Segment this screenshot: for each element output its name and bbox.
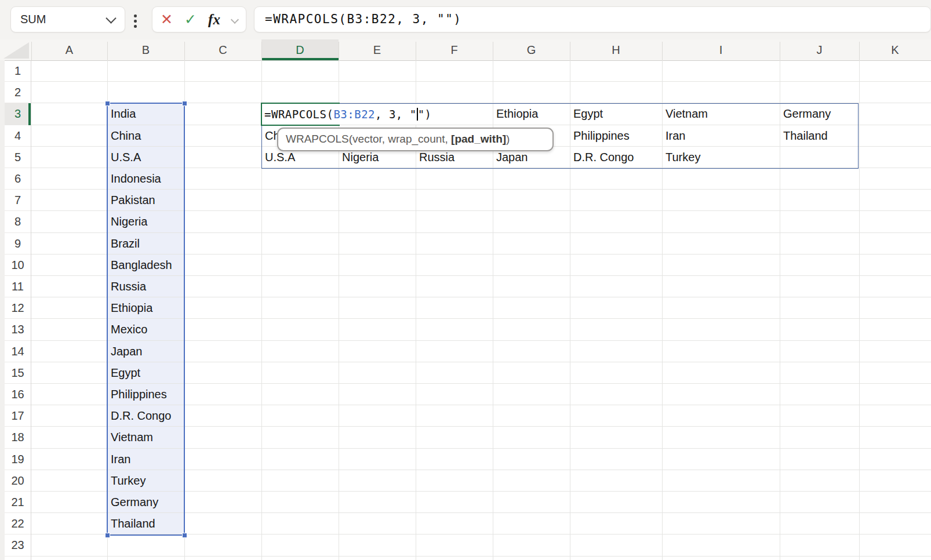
cell-J3[interactable]: Germany — [780, 103, 900, 125]
row-header-16[interactable]: 16 — [5, 384, 31, 405]
column-header-C[interactable]: C — [184, 39, 261, 60]
range-handle-top-left[interactable] — [105, 101, 110, 106]
formula-toolbar: SUM ✕ ✓ fx =WRAPCOLS(B3:B22, 3, "") — [0, 0, 931, 39]
column-header-D[interactable]: D — [261, 39, 339, 60]
left-margin — [0, 60, 5, 560]
column-header-row: ABCDEFGHIJK — [0, 39, 931, 61]
column-header-I[interactable]: I — [662, 39, 780, 60]
row-header-7[interactable]: 7 — [5, 190, 31, 211]
column-header-divider — [859, 42, 860, 60]
row-header-17[interactable]: 17 — [5, 405, 31, 427]
row-header-4[interactable]: 4 — [5, 125, 31, 147]
formula-bar-value: =WRAPCOLS(B3:B22, 3, "") — [265, 7, 461, 32]
column-header-divider — [261, 42, 262, 60]
formula-options-chevron-down-icon[interactable] — [231, 15, 239, 23]
column-header-B[interactable]: B — [107, 39, 184, 60]
row-header-13[interactable]: 13 — [5, 319, 31, 340]
column-header-H[interactable]: H — [570, 39, 662, 60]
confirm-button[interactable]: ✓ — [184, 7, 197, 32]
formula-suffix: ") — [418, 108, 432, 121]
range-handle-bottom-right[interactable] — [182, 533, 187, 538]
column-header-divider — [184, 42, 185, 60]
reference-range-border — [107, 103, 185, 536]
column-header-A[interactable]: A — [31, 39, 107, 60]
row-header-column: 1234567891011121314151617181920212223 — [5, 60, 31, 560]
cancel-button[interactable]: ✕ — [161, 7, 173, 32]
tooltip-pre: WRAPCOLS(vector, wrap_count, — [286, 133, 451, 145]
column-header-divider — [416, 42, 416, 60]
column-header-divider — [31, 42, 32, 60]
row-header-14[interactable]: 14 — [5, 341, 31, 362]
spreadsheet-app: SUM ✕ ✓ fx =WRAPCOLS(B3:B22, 3, "") ABCD… — [0, 0, 931, 560]
range-handle-bottom-left[interactable] — [105, 533, 110, 538]
row-header-19[interactable]: 19 — [5, 449, 31, 470]
column-header-divider — [780, 42, 780, 60]
row-header-9[interactable]: 9 — [5, 233, 31, 254]
row-header-3[interactable]: 3 — [5, 103, 31, 125]
range-handle-top-right[interactable] — [182, 101, 187, 106]
formula-bar[interactable]: =WRAPCOLS(B3:B22, 3, "") — [254, 6, 931, 32]
column-header-G[interactable]: G — [493, 39, 570, 60]
row-header-15[interactable]: 15 — [5, 362, 31, 384]
formula-middle: , 3, " — [375, 108, 417, 121]
column-header-divider — [570, 42, 570, 60]
cell-J4[interactable]: Thailand — [780, 125, 900, 147]
name-box-value: SUM — [20, 7, 46, 32]
row-header-1[interactable]: 1 — [5, 60, 31, 82]
row-header-8[interactable]: 8 — [5, 211, 31, 232]
formula-action-group: ✕ ✓ fx — [152, 6, 246, 32]
row-header-18[interactable]: 18 — [5, 427, 31, 448]
column-header-divider — [107, 42, 108, 60]
function-hint-tooltip: WRAPCOLS(vector, wrap_count, [pad_with]) — [277, 128, 554, 151]
formula-reference: B3:B22 — [333, 108, 375, 121]
cell-editor[interactable]: =WRAPCOLS(B3:B22, 3, "") — [264, 104, 432, 125]
row-header-21[interactable]: 21 — [5, 492, 31, 513]
column-header-K[interactable]: K — [859, 39, 931, 60]
name-box[interactable]: SUM — [10, 6, 125, 32]
row-header-11[interactable]: 11 — [5, 276, 31, 297]
tooltip-post: ) — [506, 133, 510, 145]
row-header-12[interactable]: 12 — [5, 297, 31, 319]
select-all-triangle-icon — [3, 42, 29, 59]
more-options-icon[interactable] — [134, 14, 137, 30]
row-header-5[interactable]: 5 — [5, 147, 31, 168]
column-header-E[interactable]: E — [339, 39, 416, 60]
row-header-10[interactable]: 10 — [5, 254, 31, 276]
cell-I5[interactable]: Turkey — [662, 147, 820, 168]
row-header-23[interactable]: 23 — [5, 534, 31, 556]
row-header-20[interactable]: 20 — [5, 470, 31, 492]
name-box-chevron-down-icon[interactable] — [106, 13, 116, 23]
select-all-corner[interactable] — [0, 39, 31, 60]
insert-function-button[interactable]: fx — [208, 12, 220, 28]
formula-prefix: =WRAPCOLS( — [264, 108, 333, 121]
row-header-6[interactable]: 6 — [5, 168, 31, 190]
column-header-divider — [662, 42, 663, 60]
row-header-22[interactable]: 22 — [5, 513, 31, 534]
column-header-J[interactable]: J — [780, 39, 859, 60]
column-header-divider — [339, 42, 339, 60]
column-header-F[interactable]: F — [416, 39, 493, 60]
row-header-2[interactable]: 2 — [5, 82, 31, 103]
tooltip-active-arg: [pad_with] — [451, 133, 506, 145]
column-header-divider — [493, 42, 493, 60]
